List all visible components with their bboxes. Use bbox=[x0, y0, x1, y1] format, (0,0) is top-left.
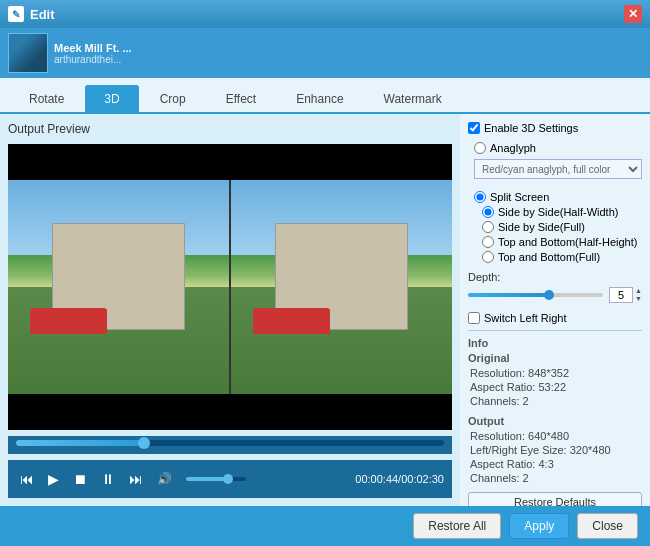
switch-left-right-checkbox[interactable] bbox=[468, 312, 480, 324]
depth-fill bbox=[468, 293, 549, 297]
depth-label: Depth: bbox=[468, 271, 642, 283]
tab-3d[interactable]: 3D bbox=[85, 85, 138, 112]
track-info: Meek Mill Ft. ... arthurandthei... bbox=[54, 42, 642, 65]
video-left-half bbox=[8, 180, 229, 395]
tab-rotate[interactable]: Rotate bbox=[10, 85, 83, 112]
top-half-label: Top and Bottom(Half-Height) bbox=[498, 236, 637, 248]
side-half-row: Side by Side(Half-Width) bbox=[468, 206, 642, 218]
volume-icon: 🔊 bbox=[153, 470, 176, 488]
split-screen-radio[interactable] bbox=[474, 191, 486, 203]
top-half-radio[interactable] bbox=[482, 236, 494, 248]
video-inner bbox=[8, 144, 452, 430]
depth-value[interactable]: 5 bbox=[609, 287, 633, 303]
progress-area[interactable] bbox=[8, 436, 452, 454]
tab-enhance[interactable]: Enhance bbox=[277, 85, 362, 112]
side-half-radio[interactable] bbox=[482, 206, 494, 218]
enable-3d-label: Enable 3D Settings bbox=[484, 122, 578, 134]
restore-all-button[interactable]: Restore All bbox=[413, 513, 501, 539]
time-display: 00:00:44/00:02:30 bbox=[355, 473, 444, 485]
split-screen-section: Split Screen Side by Side(Half-Width) Si… bbox=[468, 191, 642, 263]
output-heading: Output bbox=[468, 415, 642, 427]
anaglyph-radio[interactable] bbox=[474, 142, 486, 154]
depth-knob[interactable] bbox=[544, 290, 554, 300]
enable-3d-checkbox[interactable] bbox=[468, 122, 480, 134]
anaglyph-select[interactable]: Red/cyan anaglyph, full color bbox=[474, 159, 642, 179]
track-subtitle: arthurandthei... bbox=[54, 54, 642, 65]
out-eye-size: Left/Right Eye Size: 320*480 bbox=[468, 444, 642, 456]
progress-track[interactable] bbox=[16, 440, 444, 446]
video-right-half bbox=[231, 180, 452, 395]
progress-fill bbox=[16, 440, 144, 446]
title-bar: ✎ Edit ✕ bbox=[0, 0, 650, 28]
controls-area: ⏮ ▶ ⏹ ⏸ ⏭ 🔊 00:00:44/00:02:30 bbox=[8, 460, 452, 498]
depth-down-button[interactable]: ▼ bbox=[635, 295, 642, 303]
app-icon: ✎ bbox=[8, 6, 24, 22]
track-title: Meek Mill Ft. ... bbox=[54, 42, 642, 54]
video-preview bbox=[8, 144, 452, 430]
progress-knob[interactable] bbox=[138, 437, 150, 449]
close-window-button[interactable]: ✕ bbox=[624, 5, 642, 23]
info-heading: Info bbox=[468, 337, 642, 349]
video-frame bbox=[8, 180, 452, 395]
preview-label: Output Preview bbox=[8, 122, 452, 136]
switch-left-right-label: Switch Left Right bbox=[484, 312, 567, 324]
pause-button[interactable]: ⏸ bbox=[97, 469, 119, 489]
enable-3d-section: Enable 3D Settings bbox=[468, 122, 642, 134]
side-full-radio[interactable] bbox=[482, 221, 494, 233]
depth-section: Depth: 5 ▲ ▼ bbox=[468, 271, 642, 304]
orig-aspect: Aspect Ratio: 53:22 bbox=[468, 381, 642, 393]
tab-bar: Rotate 3D Crop Effect Enhance Watermark bbox=[0, 78, 650, 114]
tab-crop[interactable]: Crop bbox=[141, 85, 205, 112]
top-full-label: Top and Bottom(Full) bbox=[498, 251, 600, 263]
restore-defaults-button[interactable]: Restore Defaults bbox=[468, 492, 642, 506]
depth-number: 5 ▲ ▼ bbox=[609, 287, 642, 304]
tab-watermark[interactable]: Watermark bbox=[365, 85, 461, 112]
apply-button[interactable]: Apply bbox=[509, 513, 569, 539]
orig-channels: Channels: 2 bbox=[468, 395, 642, 407]
play-button[interactable]: ▶ bbox=[44, 469, 63, 489]
info-section: Info Original Resolution: 848*352 Aspect… bbox=[468, 337, 642, 407]
window-title: Edit bbox=[30, 7, 624, 22]
volume-fill bbox=[186, 477, 228, 481]
anaglyph-section: Anaglyph Red/cyan anaglyph, full color bbox=[468, 142, 642, 183]
depth-arrows: ▲ ▼ bbox=[635, 287, 642, 304]
split-screen-label: Split Screen bbox=[490, 191, 549, 203]
depth-row: 5 ▲ ▼ bbox=[468, 287, 642, 304]
skip-back-button[interactable]: ⏮ bbox=[16, 469, 38, 489]
track-area: Meek Mill Ft. ... arthurandthei... bbox=[0, 28, 650, 78]
left-panel: Output Preview bbox=[0, 114, 460, 506]
switch-left-right-row: Switch Left Right bbox=[468, 312, 642, 324]
side-full-row: Side by Side(Full) bbox=[468, 221, 642, 233]
divider-1 bbox=[468, 330, 642, 331]
anaglyph-label: Anaglyph bbox=[490, 142, 536, 154]
bottom-bar: Restore All Apply Close bbox=[0, 506, 650, 546]
top-full-radio[interactable] bbox=[482, 251, 494, 263]
enable-3d-row: Enable 3D Settings bbox=[468, 122, 642, 134]
out-channels: Channels: 2 bbox=[468, 472, 642, 484]
top-half-row: Top and Bottom(Half-Height) bbox=[468, 236, 642, 248]
track-thumbnail bbox=[8, 33, 48, 73]
depth-up-button[interactable]: ▲ bbox=[635, 287, 642, 295]
stop-button[interactable]: ⏹ bbox=[69, 469, 91, 489]
anaglyph-row: Anaglyph bbox=[468, 142, 642, 154]
top-full-row: Top and Bottom(Full) bbox=[468, 251, 642, 263]
side-half-label: Side by Side(Half-Width) bbox=[498, 206, 618, 218]
depth-track[interactable] bbox=[468, 293, 603, 297]
split-screen-row: Split Screen bbox=[468, 191, 642, 203]
orig-resolution: Resolution: 848*352 bbox=[468, 367, 642, 379]
output-section: Output Resolution: 640*480 Left/Right Ey… bbox=[468, 415, 642, 484]
close-button[interactable]: Close bbox=[577, 513, 638, 539]
out-aspect: Aspect Ratio: 4:3 bbox=[468, 458, 642, 470]
skip-forward-button[interactable]: ⏭ bbox=[125, 469, 147, 489]
side-full-label: Side by Side(Full) bbox=[498, 221, 585, 233]
volume-knob[interactable] bbox=[223, 474, 233, 484]
original-heading: Original bbox=[468, 352, 642, 364]
tab-effect[interactable]: Effect bbox=[207, 85, 275, 112]
right-panel: Enable 3D Settings Anaglyph Red/cyan ana… bbox=[460, 114, 650, 506]
main-content: Output Preview bbox=[0, 114, 650, 506]
out-resolution: Resolution: 640*480 bbox=[468, 430, 642, 442]
volume-track[interactable] bbox=[186, 477, 246, 481]
